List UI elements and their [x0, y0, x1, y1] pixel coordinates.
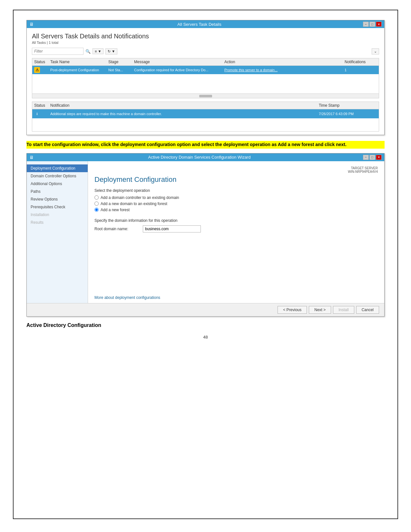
warning-icon: ⚠ [34, 67, 40, 73]
search-icon: 🔍 [85, 49, 91, 54]
window2-wizard: 🖥 Active Directory Domain Services Confi… [26, 153, 385, 317]
col-taskname: Task Name [50, 60, 108, 64]
col-notifications: Notifications [345, 60, 377, 64]
sidebar-item-dc-options[interactable]: Domain Controller Options [27, 172, 88, 180]
minimize-button-2[interactable]: − [363, 155, 369, 160]
window2-titlebar: 🖥 Active Directory Domain Services Confi… [27, 153, 384, 161]
sidebar-item-results: Results [27, 219, 88, 226]
table-row[interactable]: ⚠ Post-deployment Configuration Not Sta.… [32, 66, 379, 74]
window2-controls: − □ ✕ [363, 155, 382, 160]
wizard-body: Deployment Configuration Domain Controll… [27, 161, 384, 303]
minimize-button[interactable]: − [363, 22, 369, 27]
previous-button[interactable]: < Previous [278, 306, 307, 314]
row-taskname: Post-deployment Configuration [50, 68, 108, 72]
radio-new-forest[interactable]: Add a new forest [94, 208, 378, 212]
window1-subheading: All Tasks | 1 total [32, 41, 379, 44]
collapse-icon: ⌄ [374, 49, 377, 54]
scrollbar-row [32, 94, 379, 98]
description-text: To start the configuration window, click… [26, 141, 385, 149]
sidebar-item-additional-options[interactable]: Additional Options [27, 180, 88, 188]
close-button-2[interactable]: ✕ [376, 155, 382, 160]
wizard-footer: < Previous Next > Install Cancel [27, 303, 384, 316]
radio-existing-domain-label: Add a domain controller to an existing d… [101, 195, 179, 200]
col-message: Message [134, 60, 224, 64]
refresh-icon: ↻ [108, 49, 111, 54]
sidebar-item-installation: Installation [27, 211, 88, 219]
radio-new-domain-label: Add a new domain to an existing forest [101, 202, 167, 206]
radio-new-domain-input[interactable] [94, 202, 99, 206]
root-domain-input[interactable] [143, 225, 201, 232]
window1-heading: All Servers Task Details and Notificatio… [32, 33, 379, 40]
group-icon: ≡ [95, 49, 97, 53]
sidebar-item-paths[interactable]: Paths [27, 188, 88, 195]
radio-existing-domain[interactable]: Add a domain controller to an existing d… [94, 195, 378, 200]
scrollbar-thumb[interactable] [199, 95, 212, 97]
wizard-content: TARGET SERVER WIN-NRP94PEA4V4 Deployment… [88, 161, 384, 303]
notif-col-timestamp: Time Stamp [319, 103, 377, 108]
col-stage: Stage [108, 60, 134, 64]
install-button[interactable]: Install [333, 306, 354, 314]
wizard-sidebar: Deployment Configuration Domain Controll… [27, 161, 88, 303]
collapse-button[interactable]: ⌄ [372, 48, 379, 54]
target-server-value: WIN-NRP94PEA4V4 [94, 170, 378, 173]
maximize-button-2[interactable]: □ [369, 155, 375, 160]
domain-info-label: Specify the domain information for this … [94, 218, 378, 223]
sidebar-item-review-options[interactable]: Review Options [27, 195, 88, 203]
sidebar-item-prereq-check[interactable]: Prerequisites Check [27, 203, 88, 211]
table-header: Status Task Name Stage Message Action No… [32, 58, 379, 66]
notif-col-status: Status [34, 103, 50, 108]
wizard-title: Deployment Configuration [94, 175, 378, 184]
form-row-root-domain: Root domain name: [94, 225, 378, 232]
window1-icon: 🖥 [29, 22, 34, 27]
radio-new-forest-input[interactable] [94, 208, 99, 212]
radio-new-forest-label: Add a new forest [101, 208, 130, 212]
notif-col-notification: Notification [50, 103, 319, 108]
row-action: Promote this server to a domain... [224, 68, 345, 72]
radio-new-domain[interactable]: Add a new domain to an existing forest [94, 202, 378, 206]
notifications-table: Status Notification Time Stamp i Additio… [32, 102, 379, 132]
root-domain-label: Root domain name: [94, 227, 140, 231]
refresh-dropdown-icon: ▼ [112, 49, 115, 53]
window2-icon: 🖥 [29, 155, 34, 160]
window2-title: Active Directory Domain Services Configu… [36, 155, 363, 160]
window1-titlebar: 🖥 All Servers Task Details − □ ✕ [27, 20, 384, 28]
window1-title: All Servers Task Details [36, 22, 363, 27]
window1-body: All Servers Task Details and Notificatio… [27, 28, 384, 135]
page-number: 48 [26, 335, 385, 340]
group-button[interactable]: ≡ ▼ [93, 48, 103, 54]
window1-all-servers: 🖥 All Servers Task Details − □ ✕ All Ser… [26, 20, 385, 135]
next-button[interactable]: Next > [309, 306, 331, 314]
cancel-button[interactable]: Cancel [356, 306, 379, 314]
page-outer: 🖥 All Servers Task Details − □ ✕ All Ser… [13, 10, 398, 519]
notif-text: Additional steps are required to make th… [50, 112, 319, 116]
row-notifications: 1 [345, 68, 377, 72]
notif-status: i [34, 111, 50, 117]
row-status: ⚠ [34, 67, 50, 73]
info-icon: i [34, 111, 40, 117]
row-message: Configuration required for Active Direct… [134, 68, 224, 72]
sidebar-item-deployment-config[interactable]: Deployment Configuration [27, 164, 88, 172]
col-status: Status [34, 60, 50, 64]
toolbar-row: 🔍 ≡ ▼ ↻ ▼ ⌄ [32, 48, 379, 55]
radio-group: Add a domain controller to an existing d… [94, 195, 378, 214]
close-button[interactable]: ✕ [376, 22, 382, 27]
target-server-label: TARGET SERVER [94, 166, 378, 170]
filter-input[interactable] [32, 48, 83, 55]
target-server-info: TARGET SERVER WIN-NRP94PEA4V4 [94, 166, 378, 173]
notif-header: Status Notification Time Stamp [32, 102, 379, 109]
row-stage: Not Sta... [108, 68, 134, 72]
notif-timestamp: 7/26/2017 6:43:09 PM [319, 112, 377, 116]
more-info-link[interactable]: More about deployment configurations [94, 292, 378, 300]
notif-row[interactable]: i Additional steps are required to make … [32, 109, 379, 118]
refresh-button[interactable]: ↻ ▼ [105, 48, 117, 54]
col-action: Action [224, 60, 345, 64]
maximize-button[interactable]: □ [369, 22, 375, 27]
radio-existing-domain-input[interactable] [94, 195, 99, 200]
bottom-heading: Active Directory Configuration [26, 322, 385, 328]
group-dropdown-icon: ▼ [98, 49, 101, 53]
tasks-table: Status Task Name Stage Message Action No… [32, 58, 379, 98]
deployment-section-label: Select the deployment operation [94, 188, 378, 193]
window1-controls: − □ ✕ [363, 22, 382, 27]
